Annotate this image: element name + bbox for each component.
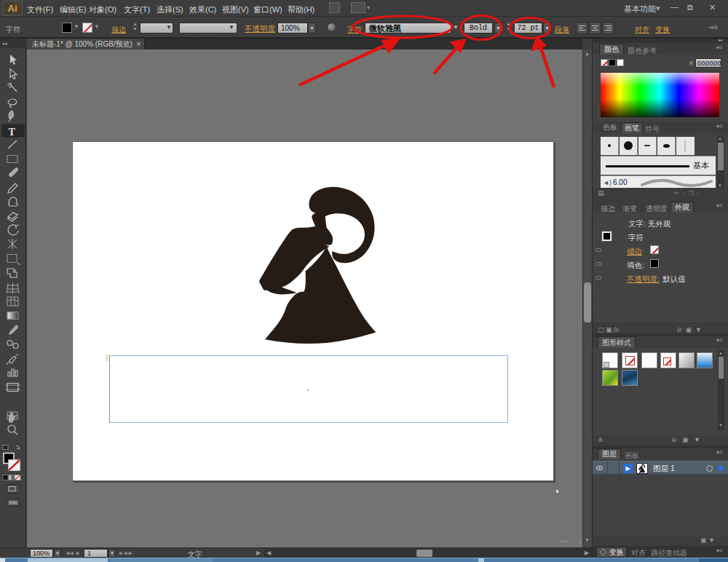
svg-text:T: T [9,127,16,138]
